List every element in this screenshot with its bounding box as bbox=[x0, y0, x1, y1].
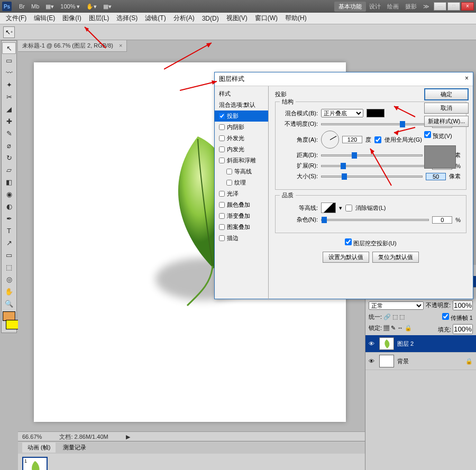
zoom-tool[interactable]: 🔍 bbox=[2, 298, 16, 309]
minimize-button[interactable]: — bbox=[434, 2, 446, 11]
bridge-icon[interactable]: Br bbox=[16, 3, 28, 10]
blend-options[interactable]: 混合选项:默认 bbox=[215, 99, 268, 110]
global-light-checkbox[interactable] bbox=[374, 136, 381, 143]
workspace-more[interactable]: ≫ bbox=[420, 3, 433, 10]
style-item-光泽[interactable]: 光泽 bbox=[215, 188, 268, 199]
reset-default-button[interactable]: 复位为默认值 bbox=[372, 252, 419, 263]
close-button[interactable]: × bbox=[461, 2, 474, 11]
menu-help[interactable]: 帮助(H) bbox=[281, 14, 310, 23]
propagate-checkbox[interactable] bbox=[442, 313, 449, 320]
camera-tool[interactable]: ◎ bbox=[2, 273, 16, 285]
maximize-button[interactable]: □ bbox=[447, 2, 460, 11]
menu-layer[interactable]: 图层(L) bbox=[85, 14, 113, 23]
style-checkbox[interactable] bbox=[219, 224, 225, 230]
style-checkbox[interactable] bbox=[219, 202, 225, 208]
blend-mode-select[interactable]: 正片叠底 bbox=[321, 109, 363, 117]
brush-tool[interactable]: ✎ bbox=[2, 127, 16, 139]
menu-view[interactable]: 视图(V) bbox=[223, 14, 251, 23]
style-item-颜色叠加[interactable]: 颜色叠加 bbox=[215, 199, 268, 210]
healing-tool[interactable]: ✚ bbox=[2, 115, 16, 127]
style-checkbox[interactable] bbox=[219, 191, 225, 197]
layer-row[interactable]: 👁 背景 🔒 bbox=[365, 353, 476, 370]
stamp-tool[interactable]: ⌀ bbox=[2, 140, 16, 151]
new-style-button[interactable]: 新建样式(W)... bbox=[424, 116, 469, 127]
pen-tool[interactable]: ✒ bbox=[2, 213, 16, 224]
arrange-icon[interactable]: ▦▾ bbox=[100, 3, 115, 10]
ok-button[interactable]: 确定 bbox=[424, 88, 469, 100]
cancel-button[interactable]: 取消 bbox=[424, 103, 469, 114]
opacity-input[interactable] bbox=[453, 300, 473, 310]
style-item-投影[interactable]: 投影 bbox=[215, 110, 268, 122]
preview-checkbox[interactable] bbox=[424, 131, 431, 138]
workspace-active[interactable]: 基本功能 bbox=[334, 2, 366, 12]
style-item-斜面和浮雕[interactable]: 斜面和浮雕 bbox=[215, 155, 268, 166]
knockout-checkbox[interactable] bbox=[345, 238, 352, 245]
tab-animation[interactable]: 动画 (帧) bbox=[22, 443, 56, 453]
style-checkbox[interactable] bbox=[226, 180, 232, 186]
fill-input[interactable] bbox=[453, 324, 473, 334]
close-tab-icon[interactable]: × bbox=[119, 42, 122, 49]
noise-slider[interactable] bbox=[321, 219, 429, 221]
workspace-design[interactable]: 设计 bbox=[366, 3, 384, 11]
style-checkbox[interactable] bbox=[219, 135, 225, 141]
menu-select[interactable]: 选择(S) bbox=[113, 14, 141, 23]
shadow-color[interactable] bbox=[367, 109, 385, 117]
style-checkbox[interactable] bbox=[219, 146, 225, 152]
blur-tool[interactable]: ◉ bbox=[2, 188, 16, 200]
antialias-checkbox[interactable] bbox=[345, 205, 352, 211]
visibility-icon[interactable]: 👁 bbox=[369, 358, 376, 364]
workspace-photo[interactable]: 摄影 bbox=[402, 3, 420, 11]
style-item-描边[interactable]: 描边 bbox=[215, 233, 268, 244]
style-item-图案叠加[interactable]: 图案叠加 bbox=[215, 222, 268, 233]
layer-row[interactable]: 👁 图层 2 bbox=[365, 335, 476, 353]
background-color[interactable] bbox=[6, 320, 19, 329]
type-tool[interactable]: T bbox=[2, 225, 16, 236]
hand-icon[interactable]: ✋▾ bbox=[83, 3, 100, 10]
menu-file[interactable]: 文件(F) bbox=[2, 14, 30, 23]
menu-image[interactable]: 图像(I) bbox=[59, 14, 85, 23]
dialog-close-icon[interactable]: × bbox=[465, 75, 469, 84]
shape-tool[interactable]: ▭ bbox=[2, 249, 16, 261]
style-checkbox[interactable] bbox=[219, 235, 225, 241]
style-checkbox[interactable] bbox=[226, 169, 232, 174]
marquee-tool[interactable]: ▭ bbox=[2, 54, 16, 66]
status-arrow-icon[interactable]: ▶ bbox=[126, 434, 130, 440]
menu-3d[interactable]: 3D(D) bbox=[198, 15, 223, 22]
zoom-value[interactable]: 100% ▾ bbox=[57, 3, 83, 10]
angle-dial[interactable] bbox=[321, 131, 339, 149]
menu-window[interactable]: 窗口(W) bbox=[251, 14, 281, 23]
eyedropper-tool[interactable]: ◢ bbox=[2, 103, 16, 115]
gradient-tool[interactable]: ◧ bbox=[2, 176, 16, 188]
style-item-内阴影[interactable]: 内阴影 bbox=[215, 122, 268, 133]
lasso-tool[interactable]: 〰 bbox=[2, 67, 16, 78]
menu-filter[interactable]: 滤镜(T) bbox=[141, 14, 169, 23]
style-item-等高线[interactable]: 等高线 bbox=[215, 166, 268, 177]
visibility-icon[interactable]: 👁 bbox=[369, 340, 376, 347]
style-item-渐变叠加[interactable]: 渐变叠加 bbox=[215, 210, 268, 222]
contour-picker[interactable] bbox=[321, 202, 336, 213]
crop-tool[interactable]: ✂ bbox=[2, 91, 16, 103]
style-checkbox[interactable] bbox=[219, 124, 225, 130]
spread-slider[interactable] bbox=[321, 165, 429, 167]
style-checkbox[interactable] bbox=[219, 158, 225, 163]
animation-frame[interactable]: 1 0 秒 bbox=[22, 457, 48, 470]
tab-measurement[interactable]: 测量记录 bbox=[58, 443, 91, 453]
set-default-button[interactable]: 设置为默认值 bbox=[323, 252, 369, 263]
3d-tool[interactable]: ⬚ bbox=[2, 261, 16, 273]
move-tool[interactable]: ↖ bbox=[2, 42, 16, 54]
size-input[interactable] bbox=[426, 173, 446, 180]
minibridge-icon[interactable]: Mb bbox=[28, 3, 42, 10]
opacity-slider[interactable] bbox=[321, 123, 429, 125]
workspace-paint[interactable]: 绘画 bbox=[384, 3, 402, 11]
path-tool[interactable]: ↗ bbox=[2, 237, 16, 248]
style-item-外发光[interactable]: 外发光 bbox=[215, 133, 268, 144]
style-checkbox[interactable] bbox=[219, 213, 225, 219]
size-slider[interactable] bbox=[321, 176, 423, 178]
move-tool-icon[interactable]: ↖+ bbox=[3, 26, 15, 38]
distance-slider[interactable] bbox=[321, 154, 423, 156]
style-item-内发光[interactable]: 内发光 bbox=[215, 144, 268, 155]
viewmode-icon[interactable]: ▦▾ bbox=[42, 3, 57, 10]
menu-edit[interactable]: 编辑(E) bbox=[30, 14, 59, 23]
dodge-tool[interactable]: ◐ bbox=[2, 200, 16, 212]
hand-tool[interactable]: ✋ bbox=[2, 285, 16, 297]
